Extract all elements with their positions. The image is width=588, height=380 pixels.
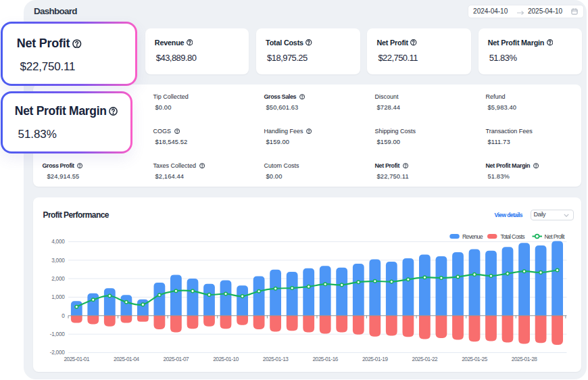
svg-text:2,000: 2,000 — [51, 276, 65, 282]
svg-text:Total Costs: Total Costs — [500, 233, 525, 239]
svg-text:-2,000: -2,000 — [49, 350, 64, 356]
svg-text:2025-01-07: 2025-01-07 — [163, 356, 189, 362]
svg-text:2025-01-19: 2025-01-19 — [362, 356, 388, 362]
svg-text:2025-01-28: 2025-01-28 — [511, 356, 537, 362]
svg-text:1,000: 1,000 — [51, 294, 65, 300]
svg-text:Net Profit: Net Profit — [544, 233, 564, 239]
svg-text:3,000: 3,000 — [51, 257, 65, 263]
svg-text:2025-01-22: 2025-01-22 — [412, 356, 437, 362]
svg-text:2025-01-10: 2025-01-10 — [213, 356, 239, 362]
svg-text:2025-01-25: 2025-01-25 — [462, 356, 487, 362]
svg-text:0: 0 — [62, 312, 65, 318]
svg-text:Revenue: Revenue — [462, 233, 483, 239]
svg-text:4,000: 4,000 — [51, 239, 65, 245]
svg-text:2025-01-01: 2025-01-01 — [64, 356, 89, 362]
svg-text:-1,000: -1,000 — [49, 331, 64, 337]
svg-text:2025-01-13: 2025-01-13 — [262, 356, 288, 362]
svg-text:2025-01-04: 2025-01-04 — [114, 356, 139, 362]
svg-text:2025-01-16: 2025-01-16 — [312, 356, 338, 362]
